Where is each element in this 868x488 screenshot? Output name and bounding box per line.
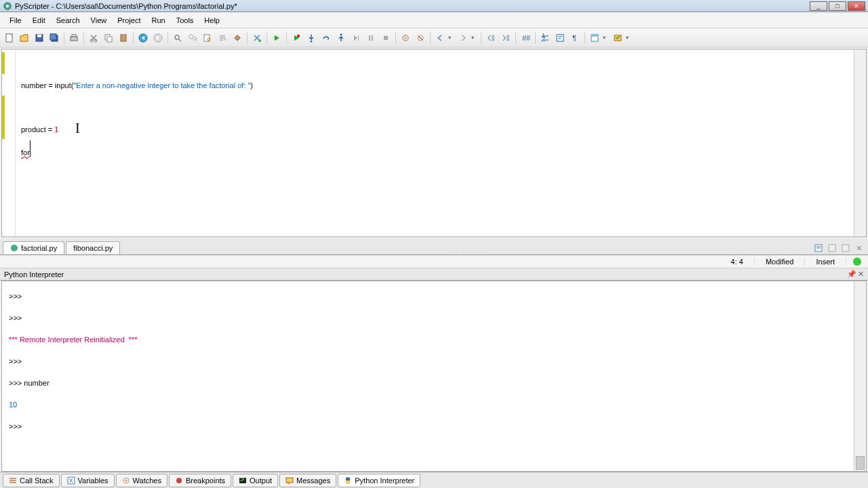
clear-breakpoints-button[interactable] xyxy=(414,31,427,45)
run-button[interactable] xyxy=(270,31,283,45)
save-all-button[interactable] xyxy=(47,31,61,45)
svg-rect-34 xyxy=(557,35,564,41)
run-to-cursor-button[interactable] xyxy=(349,31,363,45)
line-numbers-button[interactable]: 12 xyxy=(538,31,552,45)
menu-project[interactable]: Project xyxy=(112,14,146,26)
options-dropdown[interactable]: ▾ xyxy=(626,35,633,41)
interpreter-panel-header: Python Interpreter 📌 ✕ xyxy=(0,268,868,281)
stop-button[interactable] xyxy=(379,31,393,45)
replace-button[interactable] xyxy=(216,31,229,45)
tabs-controls xyxy=(812,242,865,254)
step-over-button[interactable] xyxy=(319,31,333,45)
pin-button[interactable]: 📌 xyxy=(847,270,856,279)
tab-next-button[interactable] xyxy=(840,242,852,254)
menu-view[interactable]: View xyxy=(85,14,113,26)
browser-forward-button[interactable] xyxy=(151,31,165,45)
nav-forward-button[interactable] xyxy=(456,31,470,45)
indent-button[interactable] xyxy=(499,31,513,45)
svg-rect-26 xyxy=(369,35,370,41)
word-wrap-button[interactable] xyxy=(553,31,567,45)
tab-watches[interactable]: Watches xyxy=(116,474,167,487)
code-editor[interactable]: number = input("Enter a non-negative int… xyxy=(1,49,867,237)
toggle-breakpoint-button[interactable] xyxy=(399,31,412,45)
step-into-button[interactable] xyxy=(304,31,318,45)
toolbar-separator xyxy=(515,32,516,44)
nav-forward-dropdown[interactable]: ▾ xyxy=(471,35,478,41)
app-icon xyxy=(3,1,12,11)
browser-back-button[interactable] xyxy=(136,31,150,45)
tab-breakpoints[interactable]: Breakpoints xyxy=(169,474,231,487)
tab-messages[interactable]: Messages xyxy=(279,474,336,487)
svg-rect-53 xyxy=(286,478,293,483)
menu-file[interactable]: File xyxy=(4,14,27,26)
open-file-button[interactable] xyxy=(18,31,31,45)
tab-output[interactable]: > Output xyxy=(233,474,278,487)
new-file-button[interactable] xyxy=(3,31,16,45)
nav-back-button[interactable] xyxy=(433,31,447,45)
svg-point-39 xyxy=(11,245,18,251)
menu-run[interactable]: Run xyxy=(146,14,170,26)
watches-icon xyxy=(122,476,130,485)
editor-gutter xyxy=(2,49,16,237)
insert-mode: Insert xyxy=(805,258,846,266)
tab-list-button[interactable] xyxy=(812,242,825,254)
print-button[interactable] xyxy=(67,31,81,45)
tab-fibonacci[interactable]: fibonacci.py xyxy=(66,241,120,254)
syntax-check-button[interactable] xyxy=(250,31,264,45)
toolbar-separator xyxy=(535,32,536,44)
options-button[interactable] xyxy=(611,31,625,45)
editor-scrollbar[interactable] xyxy=(854,49,866,237)
layout-dropdown[interactable]: ▾ xyxy=(603,35,610,41)
tab-call-stack[interactable]: Call Stack xyxy=(3,474,60,487)
find-in-files-button[interactable] xyxy=(201,31,214,45)
tab-prev-button[interactable] xyxy=(826,242,838,254)
status-bar: 4: 4 Modified Insert xyxy=(0,255,868,268)
tabs-grip[interactable]: · · · · · · xyxy=(121,247,812,254)
layout-button[interactable] xyxy=(588,31,601,45)
menu-edit[interactable]: Edit xyxy=(27,14,51,26)
debug-button[interactable] xyxy=(290,31,303,45)
paste-button[interactable] xyxy=(117,31,130,45)
pause-button[interactable] xyxy=(364,31,378,45)
console-scrollbar[interactable] xyxy=(854,281,866,471)
copy-button[interactable] xyxy=(102,31,115,45)
tab-label: factorial.py xyxy=(21,244,57,252)
tab-variables[interactable]: x Variables xyxy=(61,474,115,487)
tab-python-interpreter[interactable]: Python Interpreter xyxy=(338,474,420,487)
close-button[interactable]: ✕ xyxy=(848,1,865,11)
menu-help[interactable]: Help xyxy=(199,14,225,26)
console-line: >>> xyxy=(9,307,859,329)
svg-text:x: x xyxy=(69,476,73,484)
maximize-button[interactable]: □ xyxy=(829,1,846,11)
window-controls: _ □ ✕ xyxy=(810,1,865,11)
code-area[interactable]: number = input("Enter a non-negative int… xyxy=(16,49,854,237)
tab-close-button[interactable] xyxy=(853,242,865,254)
tab-factorial[interactable]: factorial.py xyxy=(3,241,64,254)
svg-point-50 xyxy=(176,478,182,483)
tab-label: Python Interpreter xyxy=(355,476,414,485)
menu-search[interactable]: Search xyxy=(51,14,85,26)
comment-button[interactable]: ## xyxy=(519,31,532,45)
find-next-button[interactable] xyxy=(186,31,199,45)
python-file-icon xyxy=(10,244,18,252)
dedent-button[interactable] xyxy=(484,31,498,45)
toolbar-separator xyxy=(64,32,64,44)
python-interpreter-console[interactable]: >>> >>> *** Remote Interpreter Reinitial… xyxy=(1,281,867,472)
svg-rect-5 xyxy=(50,34,56,40)
code-token: product = 1 xyxy=(21,125,58,134)
code-token: number = input("Enter a non-negative int… xyxy=(21,81,253,89)
special-chars-button[interactable]: ¶ xyxy=(568,31,582,45)
find-button[interactable] xyxy=(171,31,184,45)
minimize-button[interactable]: _ xyxy=(810,1,827,11)
configure-button[interactable] xyxy=(231,31,244,45)
menu-tools[interactable]: Tools xyxy=(171,14,199,26)
step-out-button[interactable] xyxy=(334,31,348,45)
nav-back-dropdown[interactable]: ▾ xyxy=(448,35,455,41)
close-panel-button[interactable]: ✕ xyxy=(858,270,864,279)
breakpoints-icon xyxy=(175,476,183,485)
svg-point-20 xyxy=(235,36,239,40)
svg-text:¶: ¶ xyxy=(572,34,576,42)
cut-button[interactable] xyxy=(87,31,100,45)
save-button[interactable] xyxy=(33,31,46,45)
console-line: >>> xyxy=(9,285,859,307)
